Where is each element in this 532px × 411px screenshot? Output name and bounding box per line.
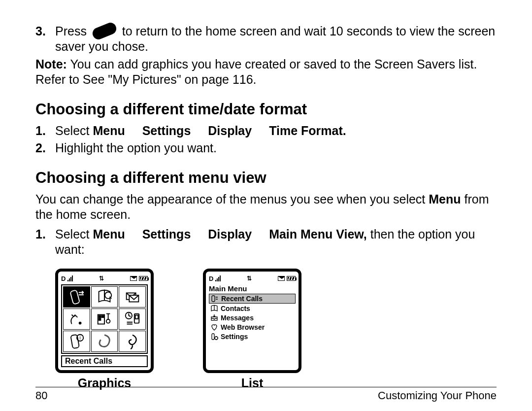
data-arrows-icon: ⇅	[99, 275, 104, 282]
signal-icon	[67, 275, 73, 281]
menu-list: Recent Calls Contacts Messages Web Brows…	[209, 294, 296, 341]
graphics-caption: Recent Calls	[61, 355, 148, 367]
page-footer: 80 Customizing Your Phone	[35, 387, 497, 402]
path-settings: Settings	[142, 124, 191, 137]
tf-step-1: 1. Select Menu Settings Display Time For…	[35, 123, 497, 138]
svg-text:i: i	[80, 335, 81, 341]
list-item-web-browser: Web Browser	[209, 323, 296, 332]
heading-time-format: Choosing a different time/date format	[35, 101, 497, 118]
mv1-pre: Select	[55, 227, 89, 241]
status-bar: D ⇅	[209, 274, 296, 283]
list-item-contacts: Contacts	[209, 304, 296, 313]
inbox-icon	[210, 314, 218, 322]
digital-icon: D	[61, 275, 66, 282]
svg-rect-12	[135, 315, 138, 319]
step-text: Press to return to the home screen and w…	[55, 24, 497, 54]
menu-grid: i	[61, 284, 148, 354]
path-settings: Settings	[142, 227, 191, 241]
tf-step-2: 2. Highlight the option you want.	[35, 140, 497, 156]
graphics-example: D ⇅	[55, 269, 154, 390]
grid-tools-icon	[119, 308, 146, 330]
graphics-phone-screen: D ⇅	[55, 269, 154, 373]
heart-globe-icon	[210, 323, 218, 331]
svg-rect-18	[212, 334, 214, 340]
list-item-label: Recent Calls	[221, 295, 263, 303]
path-time-format: Time Format.	[269, 124, 346, 137]
step-3: 3. Press to return to the home screen an…	[35, 24, 497, 54]
phone-arrows-icon	[211, 295, 219, 303]
grid-recent-calls-icon	[63, 286, 90, 308]
status-bar: D ⇅	[61, 274, 148, 283]
note-label: Note:	[35, 57, 67, 71]
svg-point-9	[106, 319, 110, 323]
step-text: Select Menu Settings Display Time Format…	[55, 123, 497, 138]
list-item-recent-calls: Recent Calls	[209, 294, 296, 304]
step-number: 2.	[35, 140, 55, 156]
list-title: Main Menu	[209, 284, 296, 293]
end-key-icon	[91, 21, 118, 41]
mv-step-1: 1. Select Menu Settings Display Main Men…	[35, 227, 497, 257]
svg-rect-13	[71, 334, 80, 348]
list-phone-screen: D ⇅ Main Menu Recent Calls	[203, 269, 301, 373]
step3-pre: Press	[55, 24, 87, 38]
path-display: Display	[208, 124, 252, 137]
step-number: 1.	[35, 123, 55, 138]
path-main-menu-view: Main Menu View,	[269, 227, 367, 241]
list-example: D ⇅ Main Menu Recent Calls	[203, 269, 301, 390]
data-arrows-icon: ⇅	[247, 275, 252, 282]
grid-info-icon: i	[63, 331, 90, 352]
step-number: 1.	[35, 227, 55, 257]
step3-post: to return to the home screen and wait 10…	[55, 24, 495, 53]
phone-examples: D ⇅	[55, 269, 497, 390]
list-item-label: Web Browser	[221, 323, 265, 331]
grid-messages-icon	[119, 286, 146, 308]
list-item-messages: Messages	[209, 313, 296, 322]
list-item-label: Messages	[221, 314, 254, 322]
digital-icon: D	[209, 275, 213, 282]
grid-media-icon	[91, 308, 118, 330]
svg-rect-6	[99, 315, 101, 317]
svg-rect-0	[70, 290, 80, 304]
grid-swirl2-icon	[119, 331, 146, 352]
book-icon	[210, 305, 218, 312]
mv-intro-pre: You can change the appearance of the men…	[35, 192, 425, 206]
tf1-pre: Select	[55, 124, 89, 137]
menuview-intro: You can change the appearance of the men…	[35, 192, 497, 222]
page-number: 80	[35, 389, 47, 402]
svg-rect-8	[99, 318, 101, 320]
svg-rect-7	[101, 315, 103, 317]
svg-point-4	[79, 322, 81, 324]
envelope-icon	[130, 276, 137, 281]
svg-rect-16	[212, 296, 215, 302]
grid-contacts-icon	[91, 286, 118, 308]
list-item-label: Settings	[221, 333, 248, 341]
manual-page: 3. Press to return to the home screen an…	[0, 0, 532, 411]
step-text: Highlight the option you want.	[55, 140, 497, 156]
battery-icon	[287, 276, 296, 281]
note-text: You can add graphics you have created or…	[35, 57, 477, 86]
heading-menu-view: Choosing a different menu view	[35, 169, 497, 187]
note: Note: You can add graphics you have crea…	[35, 57, 497, 87]
list-item-settings: Settings	[209, 332, 296, 341]
list-item-label: Contacts	[221, 305, 250, 312]
step-number: 3.	[35, 24, 55, 54]
envelope-icon	[278, 276, 285, 281]
grid-swirl1-icon	[91, 331, 118, 352]
step-text: Select Menu Settings Display Main Menu V…	[55, 227, 497, 257]
path-menu: Menu	[93, 124, 125, 137]
path-menu: Menu	[93, 227, 125, 241]
grid-web-icon	[63, 308, 90, 330]
phone-gear-icon	[210, 333, 218, 341]
signal-icon	[215, 275, 221, 281]
svg-point-19	[215, 337, 218, 340]
mv-intro-menu: Menu	[429, 192, 461, 206]
battery-icon	[139, 276, 148, 281]
footer-section: Customizing Your Phone	[378, 389, 497, 402]
path-display: Display	[208, 227, 252, 241]
